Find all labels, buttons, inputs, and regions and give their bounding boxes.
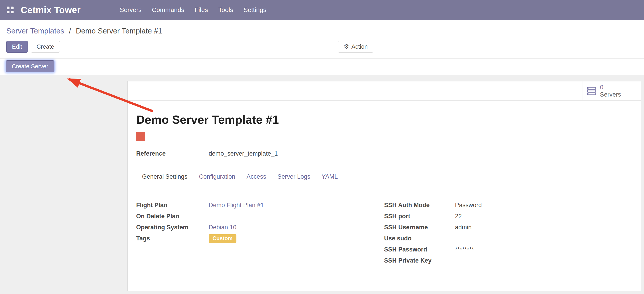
- servers-stat-text: 0 Servers: [600, 84, 621, 98]
- field-value: 22: [451, 211, 632, 222]
- form-sheet: 0 Servers Demo Server Template #1 Refere…: [127, 81, 641, 291]
- menu-item-files[interactable]: Files: [190, 0, 213, 20]
- field-label: SSH port: [384, 211, 451, 222]
- field-row-on-delete-plan: On Delete Plan: [136, 211, 384, 222]
- field-label: On Delete Plan: [136, 211, 205, 222]
- main-menu: Servers Commands Files Tools Settings: [114, 0, 272, 20]
- servers-stat-button[interactable]: 0 Servers: [582, 81, 640, 100]
- operating-system-link[interactable]: Debian 10: [209, 224, 236, 231]
- field-label: Flight Plan: [136, 200, 205, 211]
- content-area: 0 Servers Demo Server Template #1 Refere…: [0, 75, 644, 294]
- breadcrumb-current: Demo Server Template #1: [76, 27, 162, 35]
- field-row-tags: Tags Custom: [136, 233, 384, 244]
- gear-icon: ⚙: [344, 43, 349, 50]
- server-stack-icon: [587, 86, 596, 96]
- servers-stat-label: Servers: [600, 91, 621, 98]
- field-row-ssh-port: SSH port 22: [384, 211, 632, 222]
- field-value: [205, 211, 384, 222]
- field-label: SSH Auth Mode: [384, 200, 451, 211]
- tab-access[interactable]: Access: [241, 170, 272, 184]
- edit-button[interactable]: Edit: [6, 41, 28, 53]
- tag-badge-custom: Custom: [209, 234, 236, 243]
- control-panel: Server Templates / Demo Server Template …: [0, 20, 644, 58]
- field-row-operating-system: Operating System Debian 10: [136, 222, 384, 233]
- control-panel-buttons: Edit Create ⚙ Action: [6, 41, 638, 53]
- field-label: SSH Password: [384, 244, 451, 255]
- apps-grid-square: [11, 11, 14, 13]
- breadcrumb-parent-link[interactable]: Server Templates: [6, 27, 64, 35]
- menu-item-tools[interactable]: Tools: [213, 0, 238, 20]
- field-row-use-sudo: Use sudo: [384, 233, 632, 244]
- apps-grid-square: [11, 7, 14, 9]
- field-value: [451, 233, 632, 244]
- field-label: Use sudo: [384, 233, 451, 244]
- field-value: ********: [451, 244, 632, 255]
- menu-item-settings[interactable]: Settings: [238, 0, 272, 20]
- breadcrumb-separator: /: [69, 27, 71, 35]
- field-row-ssh-auth-mode: SSH Auth Mode Password: [384, 200, 632, 211]
- app-brand[interactable]: Cetmix Tower: [21, 5, 80, 15]
- form-statusbar: Create Server: [0, 58, 644, 75]
- sheet-body: Demo Server Template #1 Reference demo_s…: [128, 101, 640, 266]
- create-server-button[interactable]: Create Server: [6, 60, 54, 72]
- reference-value: demo_server_template_1: [205, 148, 632, 159]
- top-navbar: Cetmix Tower Servers Commands Files Tool…: [0, 0, 644, 20]
- servers-stat-count: 0: [600, 84, 621, 91]
- breadcrumb: Server Templates / Demo Server Template …: [6, 27, 638, 35]
- action-button-label: Action: [351, 43, 368, 50]
- notebook-tabs: General Settings Configuration Access Se…: [136, 170, 632, 184]
- field-label: SSH Username: [384, 222, 451, 233]
- field-value: admin: [451, 222, 632, 233]
- tab-yaml[interactable]: YAML: [316, 170, 344, 184]
- field-value: Password: [451, 200, 632, 211]
- reference-field-row: Reference demo_server_template_1: [136, 148, 632, 159]
- tab-general-settings[interactable]: General Settings: [136, 170, 193, 184]
- field-value: Demo Flight Plan #1: [205, 200, 384, 211]
- stat-button-row: 0 Servers: [128, 81, 640, 101]
- flight-plan-link[interactable]: Demo Flight Plan #1: [209, 202, 264, 209]
- field-value: Debian 10: [205, 222, 384, 233]
- action-button[interactable]: ⚙ Action: [338, 41, 373, 53]
- record-color-swatch: [136, 132, 145, 141]
- record-title: Demo Server Template #1: [136, 113, 632, 126]
- tab-configuration[interactable]: Configuration: [193, 170, 241, 184]
- reference-label: Reference: [136, 148, 205, 159]
- field-group-right: SSH Auth Mode Password SSH port 22 SSH U…: [384, 200, 632, 266]
- menu-item-commands[interactable]: Commands: [147, 0, 190, 20]
- field-label: SSH Private Key: [384, 255, 451, 266]
- field-value: Custom: [205, 233, 384, 244]
- field-row-ssh-username: SSH Username admin: [384, 222, 632, 233]
- apps-grid-square: [7, 11, 10, 13]
- field-label: Operating System: [136, 222, 205, 233]
- field-row-ssh-private-key: SSH Private Key: [384, 255, 632, 266]
- apps-grid-icon[interactable]: [7, 7, 14, 13]
- tab-server-logs[interactable]: Server Logs: [272, 170, 316, 184]
- field-row-flight-plan: Flight Plan Demo Flight Plan #1: [136, 200, 384, 211]
- field-value: [451, 255, 632, 266]
- field-row-ssh-password: SSH Password ********: [384, 244, 632, 255]
- apps-grid-square: [7, 7, 10, 9]
- field-group-left: Flight Plan Demo Flight Plan #1 On Delet…: [136, 200, 384, 266]
- create-button[interactable]: Create: [31, 41, 60, 53]
- field-label: Tags: [136, 233, 205, 244]
- field-groups: Flight Plan Demo Flight Plan #1 On Delet…: [136, 200, 632, 266]
- menu-item-servers[interactable]: Servers: [114, 0, 146, 20]
